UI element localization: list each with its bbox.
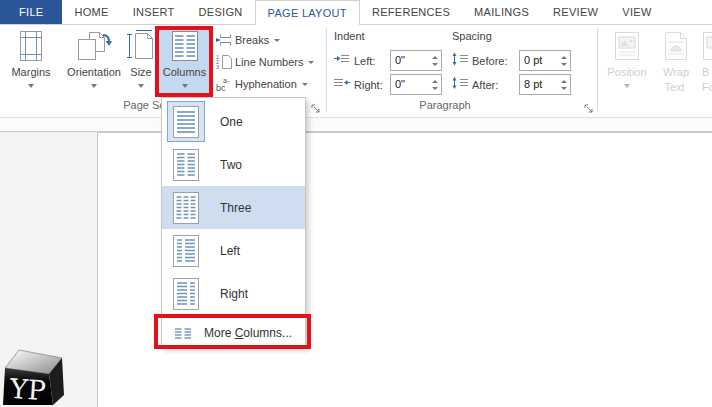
chevron-down-icon bbox=[308, 61, 314, 64]
tab-review[interactable]: REVIEW bbox=[541, 0, 610, 24]
spin-down-icon[interactable] bbox=[432, 63, 438, 66]
more-columns-label-pre: More bbox=[204, 326, 235, 340]
spacing-before-field-label: Before: bbox=[472, 55, 507, 67]
hyphenation-label: Hyphenation bbox=[235, 78, 297, 90]
spin-up-icon[interactable] bbox=[432, 80, 438, 83]
chevron-down-icon bbox=[182, 84, 188, 88]
breaks-button[interactable]: Breaks bbox=[216, 30, 280, 50]
breaks-label: Breaks bbox=[235, 34, 269, 46]
more-columns-label: More Columns... bbox=[204, 326, 292, 340]
columns-label: Columns bbox=[163, 65, 206, 80]
size-label: Size bbox=[130, 65, 151, 80]
spinner-arrows bbox=[428, 51, 441, 70]
menu-item-left-column[interactable]: Left bbox=[162, 229, 305, 272]
indent-right-value[interactable]: 0" bbox=[391, 75, 428, 94]
hyphenation-button[interactable]: a- bc Hyphenation bbox=[216, 74, 308, 94]
position-label: Position bbox=[607, 65, 646, 80]
group-separator bbox=[326, 28, 327, 112]
orientation-label: Orientation bbox=[67, 65, 121, 80]
indent-label: Indent bbox=[334, 30, 365, 42]
indent-left-input[interactable]: 0" bbox=[390, 50, 442, 71]
menu-item-label: Three bbox=[220, 201, 251, 215]
breaks-icon bbox=[216, 32, 235, 48]
more-columns-icon bbox=[175, 327, 191, 340]
ribbon-tab-bar: FILE HOME INSERT DESIGN PAGE LAYOUT REFE… bbox=[0, 0, 712, 25]
indent-right-input[interactable]: 0" bbox=[390, 74, 442, 95]
group-separator bbox=[597, 28, 598, 112]
document-area bbox=[0, 118, 712, 407]
tab-view[interactable]: VIEW bbox=[610, 0, 663, 24]
hyphenation-icon: a- bc bbox=[216, 76, 235, 92]
orientation-button[interactable]: Orientation bbox=[60, 27, 128, 97]
line-numbers-button[interactable]: 1 2 3 Line Numbers bbox=[216, 52, 314, 72]
menu-item-label: Right bbox=[220, 287, 248, 301]
svg-text:bc: bc bbox=[216, 83, 226, 92]
tab-home[interactable]: HOME bbox=[62, 0, 120, 24]
paragraph-dialog-launcher-icon[interactable] bbox=[584, 100, 596, 112]
wrap-text-label-text: Text bbox=[664, 80, 684, 94]
indent-right-icon bbox=[334, 76, 354, 94]
size-icon bbox=[126, 27, 156, 65]
bring-forward-label-line2: For bbox=[702, 80, 712, 94]
chevron-down-icon bbox=[624, 84, 630, 88]
svg-text:3: 3 bbox=[216, 64, 219, 70]
chevron-down-icon bbox=[91, 84, 97, 88]
spacing-after-input[interactable]: 8 pt bbox=[519, 74, 571, 95]
spacing-before-value[interactable]: 0 pt bbox=[520, 51, 557, 70]
size-button[interactable]: Size bbox=[124, 27, 158, 97]
indent-right-field-label: Right: bbox=[354, 79, 383, 91]
bring-forward-button-clipped: B For bbox=[702, 27, 712, 97]
menu-item-three-columns[interactable]: Three bbox=[162, 186, 305, 229]
tab-references[interactable]: REFERENCES bbox=[360, 0, 462, 24]
position-icon bbox=[614, 27, 640, 65]
page-setup-dialog-launcher-icon[interactable] bbox=[311, 100, 323, 112]
margins-button[interactable]: Margins bbox=[4, 27, 58, 97]
chevron-down-icon bbox=[28, 84, 34, 88]
indent-left-field-label: Left: bbox=[354, 55, 375, 67]
spin-down-icon[interactable] bbox=[432, 87, 438, 90]
spin-up-icon[interactable] bbox=[432, 56, 438, 59]
spin-down-icon[interactable] bbox=[561, 63, 567, 66]
columns-button[interactable]: Columns bbox=[159, 27, 210, 97]
spacing-before-input[interactable]: 0 pt bbox=[519, 50, 571, 71]
menu-item-one-column[interactable]: One bbox=[162, 100, 305, 143]
more-columns-label-post: olumns... bbox=[243, 326, 292, 340]
wrap-text-label-line1: Wrap bbox=[663, 65, 689, 80]
bring-forward-label-line1: B bbox=[702, 65, 709, 80]
spin-up-icon[interactable] bbox=[561, 80, 567, 83]
tab-page-layout[interactable]: PAGE LAYOUT bbox=[255, 0, 360, 25]
tab-design[interactable]: DESIGN bbox=[187, 0, 255, 24]
menu-item-label: Two bbox=[220, 158, 242, 172]
menu-item-right-column[interactable]: Right bbox=[162, 272, 305, 315]
position-button: Position bbox=[602, 27, 652, 97]
right-column-icon bbox=[167, 273, 205, 314]
columns-dropdown-menu: One Two bbox=[161, 97, 306, 348]
menu-item-label: One bbox=[220, 115, 243, 129]
wrap-text-icon bbox=[663, 27, 689, 65]
spinner-arrows bbox=[557, 51, 570, 70]
tab-mailings[interactable]: MAILINGS bbox=[462, 0, 541, 24]
three-columns-icon bbox=[167, 187, 205, 228]
wrap-text-button: Wrap Text bbox=[654, 27, 698, 97]
menu-item-label: Left bbox=[220, 244, 240, 258]
spin-up-icon[interactable] bbox=[561, 56, 567, 59]
columns-icon bbox=[171, 27, 199, 65]
yp-watermark-logo: YP bbox=[0, 343, 64, 407]
spacing-after-icon bbox=[452, 76, 472, 94]
wrap-text-label-line2: Text bbox=[664, 80, 687, 94]
spacing-after-value[interactable]: 8 pt bbox=[520, 75, 557, 94]
menu-item-two-columns[interactable]: Two bbox=[162, 143, 305, 186]
spin-down-icon[interactable] bbox=[561, 87, 567, 90]
tab-insert[interactable]: INSERT bbox=[121, 0, 187, 24]
indent-left-value[interactable]: 0" bbox=[391, 51, 428, 70]
menu-item-more-columns[interactable]: More Columns... bbox=[162, 317, 305, 348]
spacing-before-icon bbox=[452, 52, 472, 70]
spacing-label: Spacing bbox=[452, 30, 492, 42]
document-margin-strip bbox=[0, 118, 712, 132]
chevron-down-icon bbox=[274, 39, 280, 42]
indent-left-icon bbox=[334, 52, 354, 70]
line-numbers-label: Line Numbers bbox=[235, 56, 303, 68]
chevron-down-icon bbox=[138, 84, 144, 88]
tab-file[interactable]: FILE bbox=[0, 0, 62, 24]
ribbon: Margins Orientation bbox=[0, 25, 712, 118]
